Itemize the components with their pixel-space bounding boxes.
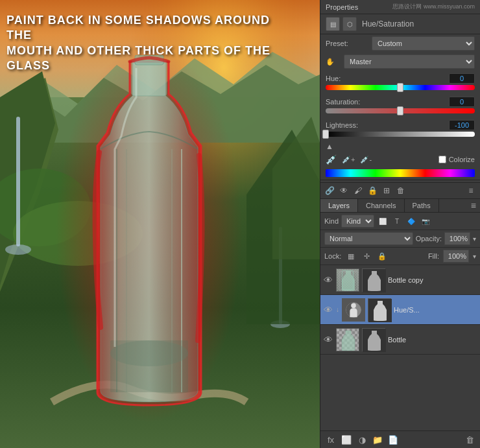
watermark-text: 思路设计网 www.missyuan.com <box>392 3 475 11</box>
adjustment-icon[interactable]: T <box>391 215 403 227</box>
properties-title: Properties <box>326 3 358 11</box>
bottle-svg <box>75 55 224 418</box>
kind-select[interactable]: Kind <box>341 215 374 228</box>
pixel-icon[interactable]: ⬜ <box>377 215 389 227</box>
kind-label: Kind <box>324 217 339 225</box>
preset-row: Preset: Custom <box>320 34 480 53</box>
layers-list: 👁 <box>320 265 480 430</box>
layer-name-bottle: Bottle <box>388 336 477 344</box>
eyedropper-icon[interactable]: 💉 <box>326 154 337 165</box>
fill-input[interactable] <box>443 250 469 263</box>
saturation-label-row: Saturation: 0 <box>326 97 475 107</box>
opacity-label: Opacity: <box>416 235 442 242</box>
lightness-section: Lightness: -100 <box>320 117 480 141</box>
delete-layer-button[interactable]: 🗑 <box>463 433 476 446</box>
saturation-section: Saturation: 0 <box>320 94 480 117</box>
kind-row: Kind Kind ⬜ T 🔷 📷 <box>320 213 480 230</box>
layer-link-btn[interactable]: ↓ <box>336 306 339 313</box>
adjustment-layer-button[interactable]: ◑ <box>355 433 368 446</box>
layers-icon-lock[interactable]: 🔒 <box>366 184 379 197</box>
properties-panel: Properties 思路设计网 www.missyuan.com ▤ ⬡ Hu… <box>320 0 480 183</box>
blend-mode-select[interactable]: Normal <box>324 232 413 245</box>
opacity-arrow[interactable]: ▾ <box>473 235 476 242</box>
lightness-label: Lightness: <box>326 121 358 129</box>
layers-tabs: Layers Channels Paths ≡ <box>320 199 480 213</box>
layer-item-bottle[interactable]: 👁 Bottle <box>320 325 480 355</box>
colorize-label[interactable]: Colorize <box>438 156 475 163</box>
layer-mask-huesat <box>368 298 391 322</box>
layer-mask-bottle-copy <box>362 268 385 292</box>
hue-track[interactable] <box>326 85 475 90</box>
hue-thumb[interactable] <box>397 83 403 92</box>
layer-thumbnail-bottle <box>336 328 359 351</box>
master-label: ✋ <box>326 58 340 66</box>
layers-icon-menu[interactable]: ≡ <box>464 184 477 197</box>
layers-panel: Layers Channels Paths ≡ Kind Kind ⬜ T 🔷 … <box>320 199 480 448</box>
lock-all-btn[interactable]: 🔒 <box>376 250 388 262</box>
svg-rect-25 <box>337 269 359 292</box>
layer-visibility-huesat[interactable]: 👁 <box>323 305 333 315</box>
master-select[interactable]: Master <box>344 54 475 69</box>
layer-item-huesat[interactable]: 👁 ↓ <box>320 295 480 325</box>
separator-1 <box>320 180 480 180</box>
preset-select[interactable]: Custom <box>372 36 475 51</box>
fill-arrow[interactable]: ▾ <box>473 253 476 260</box>
layers-icon-delete[interactable]: 🗑 <box>394 184 407 197</box>
layer-visibility-bottle-copy[interactable]: 👁 <box>323 275 333 285</box>
properties-icon-btn-1[interactable]: ▤ <box>326 17 340 31</box>
layers-bottom: fx ⬜ ◑ 📁 📄 🗑 <box>320 430 480 448</box>
layer-name-bottle-copy: Bottle copy <box>388 276 477 284</box>
layer-thumbnail-huesat <box>342 298 365 322</box>
saturation-label: Saturation: <box>326 98 360 106</box>
saturation-thumb[interactable] <box>397 106 403 115</box>
layers-panel-menu[interactable]: ≡ <box>467 200 480 211</box>
blend-row: Normal Opacity: ▾ <box>320 230 480 248</box>
rainbow-bar <box>326 169 475 177</box>
layer-mask-bottle <box>362 328 385 351</box>
hue-value[interactable]: 0 <box>449 73 475 84</box>
lightness-arrow: ▲ <box>320 141 480 152</box>
lock-position-btn[interactable]: ✢ <box>361 250 372 262</box>
colorize-checkbox[interactable] <box>438 156 446 163</box>
lightness-value[interactable]: -100 <box>449 120 475 130</box>
fx-button[interactable]: fx <box>324 433 337 446</box>
shape-icon[interactable]: 🔷 <box>405 215 417 227</box>
tab-channels[interactable]: Channels <box>358 199 404 212</box>
lightness-track[interactable] <box>326 132 475 137</box>
colorize-row: 💉 💉+ 💉- Colorize <box>320 152 480 167</box>
eyedropper-minus-icon[interactable]: 💉- <box>360 156 372 164</box>
smart-icon[interactable]: 📷 <box>420 215 431 227</box>
layers-icon-link[interactable]: 🔗 <box>323 184 336 197</box>
layer-item-bottle-copy[interactable]: 👁 <box>320 265 480 295</box>
add-mask-button[interactable]: ⬜ <box>340 433 353 446</box>
lock-pixels-btn[interactable]: ▦ <box>345 250 357 262</box>
layers-icon-brush[interactable]: 🖌 <box>352 184 365 197</box>
group-button[interactable]: 📁 <box>371 433 384 446</box>
icon-buttons-row: ▤ ⬡ Hue/Saturation <box>320 14 480 34</box>
saturation-track[interactable] <box>326 108 475 113</box>
hue-section: Hue: 0 <box>320 71 480 94</box>
eyedropper-plus-icon[interactable]: 💉+ <box>342 156 355 164</box>
lightness-label-row: Lightness: -100 <box>326 120 475 130</box>
hue-label-row: Hue: 0 <box>326 73 475 84</box>
svg-rect-20 <box>110 340 188 392</box>
layer-name-huesat: Hue/S... <box>394 306 477 314</box>
opacity-input[interactable] <box>444 232 470 245</box>
layers-icon-duplicate[interactable]: ⊞ <box>380 184 393 197</box>
tab-layers[interactable]: Layers <box>320 199 358 212</box>
bottle-container <box>75 55 224 418</box>
canvas-area: PAINT BACK IN SOME SHADOWS AROUND THE MO… <box>0 0 320 448</box>
layer-visibility-bottle[interactable]: 👁 <box>323 335 333 345</box>
new-layer-button[interactable]: 📄 <box>387 433 400 446</box>
instruction-line1: PAINT BACK IN SOME SHADOWS AROUND THE <box>6 13 279 43</box>
tab-paths[interactable]: Paths <box>405 199 439 212</box>
lightness-thumb[interactable] <box>322 130 329 139</box>
properties-icon-btn-2[interactable]: ⬡ <box>342 17 357 31</box>
layers-icon-eye[interactable]: 👁 <box>337 184 350 197</box>
layer-thumbnail-bottle-copy <box>336 268 359 292</box>
lock-row: Lock: ▦ ✢ 🔒 Fill: ▾ <box>320 248 480 265</box>
colorize-text: Colorize <box>449 156 475 163</box>
layers-toolbar-top: 🔗 👁 🖌 🔒 ⊞ 🗑 ≡ <box>320 183 480 199</box>
preset-label: Preset: <box>326 40 368 47</box>
saturation-value[interactable]: 0 <box>449 97 475 107</box>
